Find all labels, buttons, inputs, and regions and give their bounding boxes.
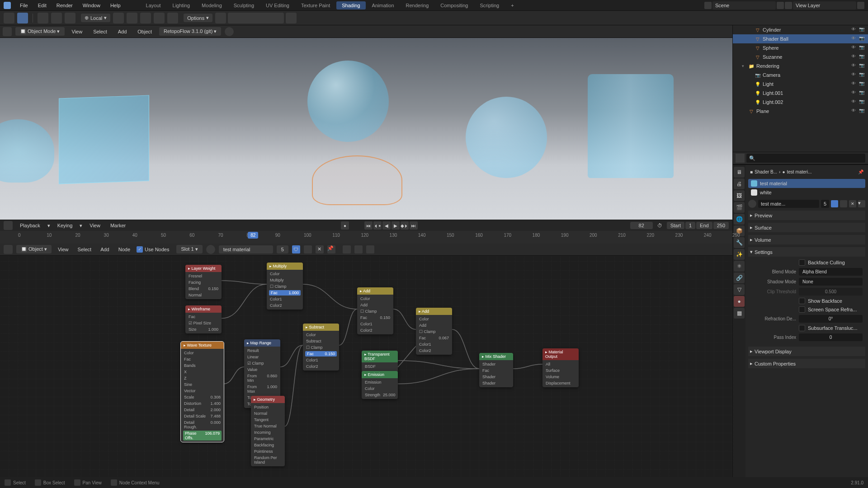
jump-end-icon[interactable]: ⏭ (410, 221, 418, 230)
node-socket[interactable]: Fac (188, 314, 219, 319)
shader-node-layer-weight[interactable]: ▸ Layer WeightFresnelFacingBlend0.150Nor… (185, 265, 222, 299)
node-socket[interactable]: Bands (183, 363, 222, 368)
node-socket[interactable]: Detail Rough.0.000 (183, 420, 222, 430)
mat-fake-user-icon[interactable] (831, 200, 838, 207)
tab-shading[interactable]: Shading (336, 1, 365, 9)
viewport-menu-add[interactable]: Add (114, 28, 131, 36)
auto-keyframe-icon[interactable]: ● (341, 221, 349, 230)
menu-file[interactable]: File (15, 1, 33, 9)
refraction-depth-field[interactable]: 0° (799, 315, 863, 323)
node-canvas[interactable]: test material ▸ Layer WeightFresnelFacin… (0, 256, 732, 487)
shadow-mode-dropdown[interactable]: None (799, 278, 863, 286)
outliner-row-suzanne[interactable]: ▽Suzanne👁📷 (733, 52, 868, 61)
tab-viewlayer-icon[interactable]: 🖼 (734, 190, 745, 201)
node-header[interactable]: ▸ Layer Weight (185, 265, 222, 272)
shader-node-mat-output[interactable]: ▸ Material OutputAllSurfaceVolumeDisplac… (542, 348, 579, 387)
backface-culling-checkbox[interactable] (799, 259, 805, 266)
slot-dropdown[interactable]: Slot 1 ▾ (176, 245, 202, 253)
outliner-row-rendering[interactable]: ▾📁Rendering👁📷 (733, 61, 868, 70)
outliner-display-icon[interactable] (215, 13, 226, 23)
timeline-ruler[interactable]: 0102030405060708090100110120130140150160… (0, 231, 732, 244)
node-view-2-icon[interactable] (354, 245, 363, 253)
viewport-menu-object[interactable]: Object (134, 28, 156, 36)
node-socket[interactable]: Vector (183, 388, 222, 394)
node-socket[interactable]: Detail2.000 (183, 407, 222, 413)
hide-render-icon[interactable]: 📷 (859, 54, 865, 60)
shader-node-geometry[interactable]: ▸ GeometryPositionNormalTangentTrue Norm… (251, 396, 285, 466)
node-header[interactable]: ▸ Wireframe (185, 305, 222, 313)
node-socket[interactable]: Add (359, 302, 391, 308)
3d-viewport[interactable] (0, 38, 732, 220)
node-header[interactable]: ▸ Material Output (542, 348, 579, 360)
prop-filter-icon[interactable] (736, 154, 745, 163)
node-socket[interactable]: Tangent (253, 417, 283, 422)
node-socket[interactable]: Color (183, 350, 222, 356)
transform-orientation-dropdown[interactable]: ⊕ Local ▾ (81, 14, 110, 22)
node-socket[interactable]: Add (418, 323, 450, 328)
next-keyframe-icon[interactable]: ◆⏵ (401, 221, 409, 230)
outliner-row-light[interactable]: 💡Light👁📷 (733, 80, 868, 89)
hide-viewport-icon[interactable]: 👁 (851, 99, 858, 105)
node-socket[interactable]: Size1.000 (188, 327, 219, 332)
node-socket[interactable]: Color (364, 386, 396, 391)
hide-render-icon[interactable]: 📷 (859, 27, 865, 33)
select-mode-1-icon[interactable] (38, 13, 48, 23)
node-socket[interactable]: Color1 (305, 357, 337, 363)
node-socket[interactable]: Color2 (418, 348, 450, 353)
subsurface-transluc-checkbox[interactable] (799, 325, 805, 331)
panel-surface-header[interactable]: ▸ Surface (748, 223, 865, 232)
node-socket[interactable]: Facing (188, 280, 219, 285)
tab-lighting[interactable]: Lighting (167, 1, 196, 9)
timeline-menu-marker[interactable]: Marker (108, 222, 128, 229)
play-reverse-icon[interactable]: ◀ (382, 221, 391, 230)
tab-output-icon[interactable]: 🖨 (734, 178, 745, 189)
node-socket[interactable]: Color2 (269, 303, 301, 308)
node-socket[interactable]: Color (359, 296, 391, 301)
hide-viewport-icon[interactable]: 👁 (851, 72, 858, 78)
tab-texture-icon[interactable]: ▦ (734, 308, 745, 319)
node-socket[interactable]: Incoming (253, 430, 283, 435)
node-socket[interactable]: X (183, 369, 222, 375)
timeline-menu-playback[interactable]: Playback (17, 222, 43, 229)
prop-search-input[interactable]: 🔍 (746, 154, 865, 163)
timeline-menu-keying[interactable]: Keying (55, 222, 75, 229)
node-socket[interactable]: Volume (545, 374, 576, 380)
menu-edit[interactable]: Edit (33, 1, 51, 9)
pivot-icon[interactable] (113, 13, 124, 23)
node-socket[interactable]: Displacement (545, 380, 576, 386)
node-socket[interactable]: Color1 (359, 321, 391, 327)
node-socket[interactable]: Distortion1.400 (183, 401, 222, 406)
tab-material-icon[interactable]: ● (734, 296, 745, 307)
pin-icon[interactable]: 📌 (327, 245, 335, 253)
material-users-field[interactable]: 5 (277, 245, 288, 253)
node-socket[interactable]: Blend0.150 (188, 286, 219, 291)
node-socket[interactable]: ☑ Clamp (246, 361, 278, 366)
timer-icon[interactable]: ⏱ (657, 223, 662, 228)
hide-render-icon[interactable]: 📷 (859, 45, 865, 51)
node-socket[interactable]: Color2 (305, 364, 337, 369)
new-viewlayer-icon[interactable] (857, 2, 864, 9)
node-type-dropdown[interactable]: 🔲 Object ▾ (16, 245, 52, 253)
blender-logo-icon[interactable] (4, 2, 11, 9)
node-header[interactable]: ▸ Add (357, 287, 393, 295)
node-socket[interactable]: Parametric (253, 436, 283, 441)
shader-node-add1[interactable]: ▸ AddColorAdd☐ ClampFac0.150Color1Color2 (357, 287, 393, 334)
node-socket[interactable]: Pointiness (253, 449, 283, 454)
select-tool-icon[interactable] (17, 13, 28, 23)
node-socket[interactable]: ☐ Clamp (305, 345, 337, 350)
node-socket[interactable]: Linear (246, 354, 278, 360)
node-socket[interactable]: ☐ Clamp (359, 309, 391, 314)
hide-viewport-icon[interactable]: 👁 (851, 108, 858, 114)
node-socket[interactable]: Fac0.150 (359, 315, 391, 320)
shader-node-emission[interactable]: ▸ EmissionEmissionColorStrength25.000 (362, 371, 398, 399)
node-socket[interactable]: Backfacing (253, 442, 283, 448)
tab-world-icon[interactable]: 🌐 (734, 214, 745, 225)
node-socket[interactable]: Random Per Island (253, 455, 283, 465)
node-socket[interactable]: Color2 (359, 328, 391, 333)
node-socket[interactable]: Fac0.150 (305, 351, 337, 357)
timeline-editor-icon[interactable] (4, 221, 13, 230)
tab-uv-editing[interactable]: UV Editing (260, 1, 295, 9)
node-socket[interactable]: Color (305, 332, 337, 338)
node-socket[interactable]: ☐ Clamp (269, 284, 301, 289)
node-socket[interactable]: Emission (364, 380, 396, 385)
